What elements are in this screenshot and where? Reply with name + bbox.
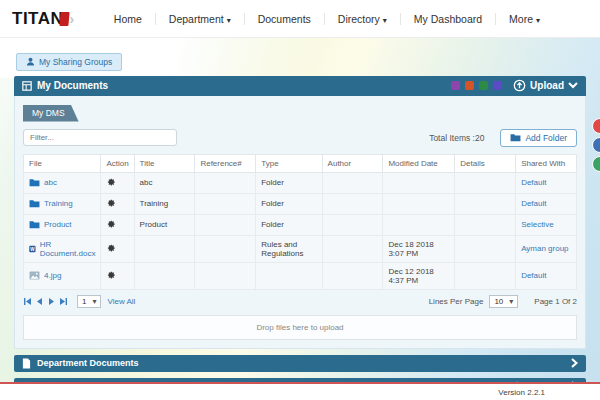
cell-modified-date: Dec 18 2018 3:07 PM: [383, 235, 455, 262]
page-select[interactable]: 1: [77, 295, 101, 308]
shared-with-link[interactable]: Default: [521, 199, 546, 208]
office-icon-green[interactable]: [479, 81, 488, 90]
nav-label: Directory: [338, 13, 380, 25]
panel-department-documents[interactable]: Department Documents: [14, 355, 586, 372]
column-header-author[interactable]: Author: [322, 154, 383, 172]
row-action-button[interactable]: [106, 243, 116, 253]
gear-icon: [106, 177, 116, 187]
shared-with-link[interactable]: Default: [521, 271, 546, 280]
panel-title: My Documents: [37, 80, 108, 91]
my-documents-header[interactable]: My Documents Upload: [14, 76, 586, 96]
table-controls-row: Total Items :20 Add Folder: [23, 129, 577, 147]
caret-down-icon: [383, 13, 387, 25]
file-link[interactable]: Training: [44, 199, 73, 208]
cell-action: [101, 235, 134, 262]
cell-reference: [195, 262, 256, 289]
row-action-button[interactable]: [106, 198, 116, 208]
my-documents-header-left: My Documents: [22, 80, 108, 91]
cell-details: [455, 262, 516, 289]
nav-item-my-dashboard[interactable]: My Dashboard: [400, 13, 495, 25]
caret-down-icon: [536, 13, 540, 25]
top-navbar: TITAN Home Department Documents Director…: [0, 0, 600, 38]
cell-details: [455, 214, 516, 235]
panel-bar-left: Department Documents: [22, 358, 139, 369]
cell-title: Product: [134, 214, 195, 235]
column-header-modified-date[interactable]: Modified Date: [383, 154, 455, 172]
tab-label: My DMS: [32, 108, 65, 118]
nav-item-directory[interactable]: Directory: [324, 13, 400, 25]
office-icon-red[interactable]: [465, 81, 474, 90]
nav-item-more[interactable]: More: [495, 13, 553, 25]
person-icon: [26, 57, 35, 66]
prev-page-button[interactable]: [35, 297, 44, 306]
lines-per-page-select[interactable]: 10: [489, 295, 518, 308]
shared-with-link[interactable]: Ayman group: [521, 244, 568, 253]
my-sharing-groups-button[interactable]: My Sharing Groups: [16, 53, 122, 71]
office-icon-purple[interactable]: [451, 81, 460, 90]
file-link[interactable]: Product: [44, 220, 72, 229]
cell-author: [322, 193, 383, 214]
next-page-button[interactable]: [47, 297, 56, 306]
upload-button[interactable]: Upload: [513, 79, 578, 92]
tab-my-dms[interactable]: My DMS: [23, 105, 79, 122]
brand-logo[interactable]: TITAN: [12, 9, 75, 29]
cell-reference: [195, 172, 256, 193]
cell-file: 4.jpg: [24, 262, 101, 289]
column-header-file[interactable]: File: [24, 154, 101, 172]
filter-input[interactable]: [23, 129, 177, 146]
floating-button-blue-icon[interactable]: [592, 137, 600, 153]
cell-file: Product: [24, 214, 101, 235]
gear-icon: [106, 243, 116, 253]
file-dropzone[interactable]: Drop files here to upload: [23, 315, 577, 340]
nav-label: Department: [169, 13, 224, 25]
cell-action: [101, 214, 134, 235]
page-info-label: Page 1 Of 2: [534, 297, 577, 306]
column-header-reference[interactable]: Reference#: [195, 154, 256, 172]
column-header-type[interactable]: Type: [256, 154, 322, 172]
panel-bar-right: [571, 358, 578, 368]
cell-modified-date: [383, 193, 455, 214]
first-page-button[interactable]: [23, 297, 32, 306]
shared-with-link[interactable]: Default: [521, 178, 546, 187]
cell-file: abc: [24, 172, 101, 193]
shared-with-link[interactable]: Selective: [521, 220, 553, 229]
office-icon-violet[interactable]: [493, 81, 502, 90]
file-link[interactable]: 4.jpg: [44, 271, 61, 280]
cell-file: Training: [24, 193, 101, 214]
cell-title: [134, 235, 195, 262]
main-nav: Home Department Documents Directory My D…: [101, 0, 553, 37]
nav-item-department[interactable]: Department: [155, 13, 244, 25]
column-header-shared-with[interactable]: Shared With: [516, 154, 577, 172]
cell-details: [455, 193, 516, 214]
dropzone-label: Drop files here to upload: [256, 323, 343, 332]
column-header-details[interactable]: Details: [455, 154, 516, 172]
floating-button-green-icon[interactable]: [592, 156, 600, 172]
nav-item-home[interactable]: Home: [101, 13, 155, 25]
cell-modified-date: [383, 172, 455, 193]
floating-button-red-icon[interactable]: [592, 118, 600, 134]
upload-label: Upload: [530, 80, 564, 91]
column-header-action[interactable]: Action: [101, 154, 134, 172]
folder-icon: [29, 220, 40, 229]
add-folder-button[interactable]: Add Folder: [500, 129, 577, 147]
cell-author: [322, 172, 383, 193]
version-label: Version 2.2.1: [498, 388, 545, 397]
last-page-button[interactable]: [59, 297, 68, 306]
cell-reference: [195, 235, 256, 262]
total-items-label: Total Items :20: [429, 133, 484, 143]
chevron-down-icon: [568, 82, 578, 89]
cell-action: [101, 262, 134, 289]
floating-share-buttons: [592, 118, 600, 172]
row-action-button[interactable]: [106, 219, 116, 229]
image-file-icon: [29, 271, 40, 280]
cell-modified-date: Dec 12 2018 4:37 PM: [383, 262, 455, 289]
nav-item-documents[interactable]: Documents: [244, 13, 324, 25]
file-link[interactable]: abc: [44, 178, 57, 187]
brand-logo-chevron-icon: [69, 9, 75, 29]
column-header-title[interactable]: Title: [134, 154, 195, 172]
file-link[interactable]: HR Document.docx: [40, 240, 96, 258]
row-action-button[interactable]: [106, 270, 116, 280]
row-action-button[interactable]: [106, 177, 116, 187]
view-all-link[interactable]: View All: [107, 297, 135, 306]
my-documents-header-right: Upload: [451, 79, 578, 92]
